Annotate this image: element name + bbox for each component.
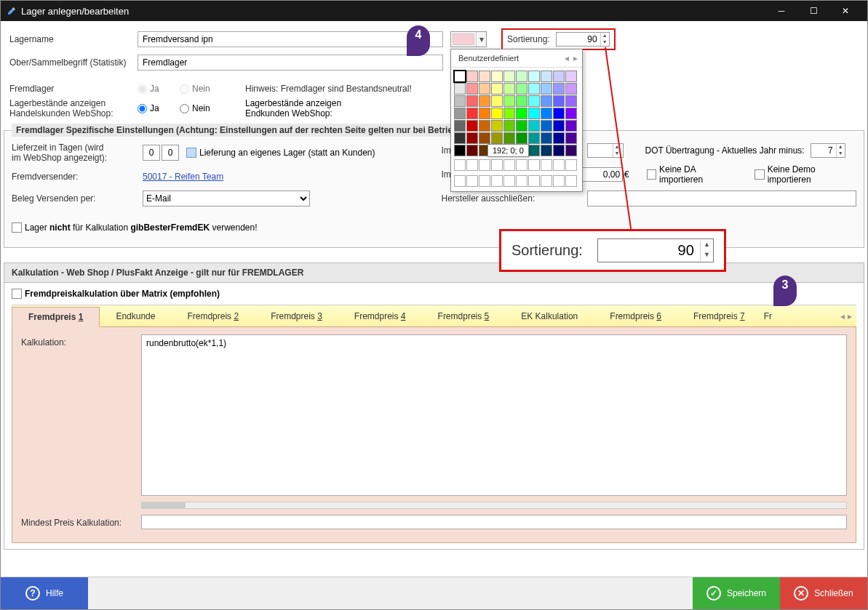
color-cell[interactable] bbox=[491, 120, 503, 132]
fremdversender-link[interactable]: 50017 - Reifen Team bbox=[143, 172, 223, 182]
color-cell[interactable] bbox=[553, 132, 565, 144]
color-cell[interactable] bbox=[479, 132, 490, 144]
color-cell[interactable] bbox=[491, 132, 503, 144]
color-cell[interactable] bbox=[503, 71, 515, 82]
color-cell[interactable] bbox=[528, 132, 540, 144]
lieferzeit-b-input[interactable] bbox=[162, 145, 179, 161]
color-cell[interactable] bbox=[528, 71, 540, 82]
color-cell[interactable] bbox=[503, 108, 515, 119]
color-cell[interactable] bbox=[454, 120, 466, 132]
color-cell[interactable] bbox=[454, 95, 466, 107]
color-cell[interactable] bbox=[553, 71, 565, 82]
beleg-versenden-select[interactable]: E-Mail bbox=[143, 190, 310, 206]
color-cell[interactable] bbox=[479, 95, 490, 107]
color-cell[interactable] bbox=[553, 120, 565, 132]
color-cell[interactable] bbox=[565, 108, 577, 119]
color-cell[interactable] bbox=[541, 120, 552, 132]
color-popup-tab[interactable]: Benutzerdefiniert bbox=[455, 52, 522, 64]
tab-endkunde[interactable]: Endkunde bbox=[100, 307, 171, 326]
color-cell[interactable] bbox=[466, 71, 478, 82]
tab-fremdpreis-5[interactable]: Fremdpreis 5 bbox=[422, 307, 506, 326]
color-cell[interactable] bbox=[516, 83, 527, 95]
color-cell[interactable] bbox=[516, 120, 527, 132]
lieferung-eigen-checkbox[interactable] bbox=[186, 148, 196, 158]
lager-nicht-checkbox[interactable] bbox=[12, 222, 22, 233]
color-cell[interactable] bbox=[565, 95, 577, 107]
formula-scrollbar[interactable] bbox=[141, 502, 847, 509]
color-cell[interactable] bbox=[491, 71, 503, 82]
color-cell[interactable] bbox=[516, 95, 527, 107]
lieferzeit-a-input[interactable] bbox=[143, 145, 160, 161]
keine-demo-checkbox[interactable] bbox=[754, 169, 764, 180]
minimize-button[interactable]: ─ bbox=[765, 1, 797, 21]
callout-spin-up-icon[interactable]: ▲ bbox=[700, 241, 713, 251]
maximize-button[interactable]: ☐ bbox=[797, 1, 829, 21]
color-cell[interactable] bbox=[553, 83, 565, 95]
tab-scroll-left-icon[interactable]: ◂ bbox=[840, 311, 845, 321]
color-cell[interactable] bbox=[541, 95, 552, 107]
callout-spin-down-icon[interactable]: ▼ bbox=[700, 251, 713, 261]
color-cell[interactable] bbox=[466, 95, 478, 107]
color-cell[interactable] bbox=[479, 71, 490, 82]
callout-spinner[interactable]: ▲▼ bbox=[597, 238, 714, 262]
sortierung-input[interactable] bbox=[557, 33, 600, 46]
close-button[interactable]: ✕ Schließen bbox=[780, 577, 867, 609]
color-cell[interactable] bbox=[466, 145, 478, 156]
sortierung-spinner[interactable]: ▲▼ bbox=[556, 32, 610, 47]
color-cell[interactable] bbox=[466, 108, 478, 119]
handel-ja-radio[interactable]: Ja bbox=[138, 103, 174, 113]
color-cell[interactable] bbox=[491, 95, 503, 107]
color-cell[interactable] bbox=[466, 120, 478, 132]
color-cell[interactable] bbox=[553, 108, 565, 119]
color-cell[interactable] bbox=[466, 132, 478, 144]
color-cell[interactable] bbox=[491, 83, 503, 95]
color-cell[interactable] bbox=[553, 145, 565, 156]
color-cell[interactable] bbox=[516, 108, 527, 119]
color-cell[interactable] bbox=[565, 71, 577, 82]
tab-ek-kalkulation[interactable]: EK Kalkulation bbox=[505, 307, 594, 326]
formula-textarea[interactable]: rundenbrutto(ek*1,1) bbox=[141, 334, 847, 496]
color-cell[interactable] bbox=[528, 120, 540, 132]
color-cell[interactable] bbox=[553, 95, 565, 107]
cp-nav-left-icon[interactable]: ◂ bbox=[565, 53, 569, 63]
color-cell[interactable] bbox=[503, 120, 515, 132]
color-cell[interactable] bbox=[503, 132, 515, 144]
keine-da-checkbox[interactable] bbox=[647, 169, 656, 180]
tab-fremdpreis-7[interactable]: Fremdpreis 7 bbox=[677, 307, 761, 326]
color-cell[interactable] bbox=[541, 132, 552, 144]
help-button[interactable]: ? Hilfe bbox=[1, 577, 88, 609]
color-picker-button[interactable]: ▾ bbox=[450, 31, 487, 47]
cp-nav-right-icon[interactable]: ▸ bbox=[573, 53, 578, 63]
handel-nein-radio[interactable]: Nein bbox=[180, 103, 216, 113]
close-window-button[interactable]: ✕ bbox=[829, 1, 861, 21]
lagername-input[interactable] bbox=[138, 31, 443, 47]
color-cell[interactable] bbox=[454, 145, 466, 156]
tab-fremdpreis-4[interactable]: Fremdpreis 4 bbox=[338, 307, 422, 326]
color-cell[interactable] bbox=[454, 83, 466, 95]
color-cell[interactable] bbox=[565, 132, 577, 144]
matrix-checkbox[interactable] bbox=[12, 289, 22, 299]
color-cell[interactable] bbox=[454, 108, 466, 119]
spin-down-icon[interactable]: ▼ bbox=[600, 39, 609, 46]
color-cell[interactable] bbox=[466, 83, 478, 95]
import-preis-input[interactable] bbox=[579, 167, 623, 182]
color-cell[interactable] bbox=[565, 83, 577, 95]
color-cell[interactable] bbox=[528, 95, 540, 107]
tab-fremdpreis-2[interactable]: Fremdpreis 2 bbox=[171, 307, 255, 326]
oberbegriff-input[interactable] bbox=[138, 55, 443, 71]
callout-sort-input[interactable] bbox=[598, 239, 700, 262]
tab-fremdpreis-6[interactable]: Fremdpreis 6 bbox=[594, 307, 677, 326]
dot-spinner[interactable]: ▲▼ bbox=[811, 143, 845, 158]
color-cell[interactable] bbox=[454, 71, 466, 82]
tab-fremdpreis-3[interactable]: Fremdpreis 3 bbox=[255, 307, 338, 326]
color-cell[interactable] bbox=[503, 83, 515, 95]
color-cell[interactable] bbox=[454, 132, 466, 144]
color-cell[interactable] bbox=[479, 108, 490, 119]
color-cell[interactable] bbox=[479, 120, 490, 132]
color-cell[interactable] bbox=[516, 71, 527, 82]
color-cell[interactable] bbox=[528, 108, 540, 119]
color-cell[interactable] bbox=[528, 145, 540, 156]
save-button[interactable]: ✓ Speichern bbox=[693, 577, 780, 609]
color-cell[interactable] bbox=[541, 108, 552, 119]
tab-overflow[interactable]: Fr bbox=[761, 307, 775, 326]
